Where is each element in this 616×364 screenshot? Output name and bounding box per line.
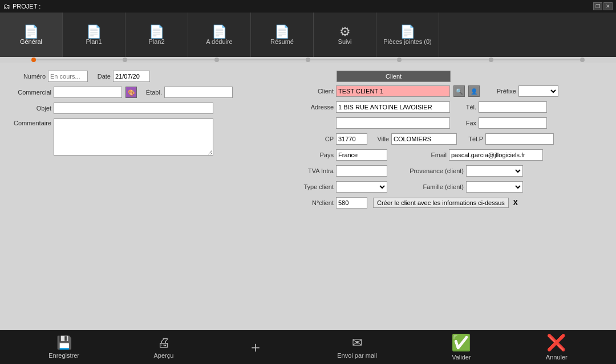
progress-dot-1 bbox=[31, 58, 36, 62]
progress-line-3 bbox=[219, 59, 306, 60]
fax-input[interactable] bbox=[479, 117, 547, 129]
commentaire-row: Commentaire bbox=[11, 118, 297, 156]
client-search-icon[interactable]: 🔍 bbox=[453, 85, 465, 97]
tab-general-label: Général bbox=[20, 38, 42, 45]
famille-select[interactable] bbox=[466, 181, 523, 193]
progress-line-4 bbox=[310, 59, 397, 60]
commentaire-textarea[interactable] bbox=[54, 118, 213, 156]
app-icon: 🗂 bbox=[3, 2, 10, 10]
pays-label: Pays bbox=[302, 152, 334, 158]
valider-button[interactable]: ✅ Valider bbox=[451, 333, 471, 361]
valider-label: Valider bbox=[452, 354, 471, 361]
numero-date-row: Numéro Date bbox=[11, 71, 297, 82]
titlebar-controls: ❐ ✕ bbox=[593, 2, 613, 10]
tva-input[interactable] bbox=[336, 165, 387, 177]
bottombar: 💾 Enregistrer 🖨 Aperçu ＋ ✉ Envoi par mai… bbox=[0, 330, 616, 364]
provenance-label: Provenance (client) bbox=[401, 167, 464, 174]
add-button[interactable]: ＋ bbox=[248, 337, 263, 357]
cp-ville-row: CP Ville Tél.P bbox=[302, 133, 605, 145]
etabl-input[interactable] bbox=[164, 87, 233, 98]
client-input[interactable] bbox=[336, 85, 450, 97]
progress-line-1 bbox=[36, 59, 123, 60]
type-select[interactable] bbox=[336, 181, 387, 193]
plan2-icon: 📄 bbox=[149, 26, 164, 38]
progress-bar bbox=[0, 57, 616, 63]
envoi-button[interactable]: ✉ Envoi par mail bbox=[337, 336, 377, 359]
tab-resume[interactable]: 📄 Résumé bbox=[251, 13, 314, 57]
objet-row: Objet bbox=[11, 103, 297, 114]
nclient-label: N°client bbox=[302, 199, 334, 206]
restore-button[interactable]: ❐ bbox=[593, 2, 602, 10]
tab-pieces[interactable]: 📄 Pièces jointes (0) bbox=[376, 13, 439, 57]
tel-input[interactable] bbox=[479, 101, 547, 113]
fax-label: Fax bbox=[458, 120, 476, 126]
client-add-icon[interactable]: 👤 bbox=[468, 85, 480, 97]
enregistrer-button[interactable]: 💾 Enregistrer bbox=[48, 336, 79, 359]
cp-label: CP bbox=[302, 136, 334, 142]
ville-label: Ville bbox=[373, 136, 389, 142]
tab-a-deduire[interactable]: 📄 A déduire bbox=[188, 13, 251, 57]
commercial-row: Commercial 🎨 Établ. bbox=[11, 87, 297, 98]
tab-resume-label: Résumé bbox=[270, 38, 294, 45]
numero-label: Numéro bbox=[11, 73, 46, 80]
numero-input[interactable] bbox=[48, 71, 88, 82]
titlebar-left: 🗂 PROJET : bbox=[3, 2, 40, 10]
envoi-label: Envoi par mail bbox=[337, 352, 377, 359]
email-input[interactable] bbox=[449, 149, 543, 161]
client-row: Client 🔍 👤 Préfixe bbox=[302, 85, 605, 97]
annuler-icon: ❌ bbox=[546, 333, 566, 352]
tab-plan1[interactable]: 📄 Plan1 bbox=[63, 13, 125, 57]
objet-label: Objet bbox=[11, 105, 51, 112]
creer-client-button[interactable]: Créer le client avec les informations ci… bbox=[373, 198, 509, 208]
adresse-input[interactable] bbox=[336, 101, 450, 113]
tab-plan2[interactable]: 📄 Plan2 bbox=[125, 13, 188, 57]
tab-plan1-label: Plan1 bbox=[86, 38, 102, 45]
creer-close-button[interactable]: X bbox=[513, 199, 518, 207]
tel-label: Tél. bbox=[458, 104, 476, 111]
valider-icon: ✅ bbox=[451, 333, 471, 352]
plan1-icon: 📄 bbox=[86, 26, 102, 38]
progress-dot-6 bbox=[489, 58, 493, 62]
annuler-label: Annuler bbox=[546, 354, 568, 361]
telp-label: Tél.P bbox=[465, 136, 483, 142]
close-button[interactable]: ✕ bbox=[603, 2, 613, 10]
provenance-select[interactable] bbox=[466, 165, 523, 177]
annuler-button[interactable]: ❌ Annuler bbox=[546, 333, 568, 361]
tab-suivi[interactable]: ⚙ Suivi bbox=[314, 13, 376, 57]
tab-plan2-label: Plan2 bbox=[148, 38, 164, 45]
titlebar-title: PROJET : bbox=[13, 3, 40, 10]
client-section-button[interactable]: Client bbox=[337, 71, 451, 82]
adresse-row1: Adresse Tél. bbox=[302, 101, 605, 113]
famille-label: Famille (client) bbox=[401, 183, 464, 190]
nclient-input[interactable] bbox=[336, 197, 367, 208]
commercial-color-icon[interactable]: 🎨 bbox=[125, 87, 137, 98]
left-section: Numéro Date Commercial 🎨 Établ. Objet Co bbox=[11, 71, 297, 160]
objet-input[interactable] bbox=[54, 103, 213, 114]
cp-input[interactable] bbox=[336, 133, 367, 145]
apercu-button[interactable]: 🖨 Aperçu bbox=[153, 336, 173, 359]
ville-input[interactable] bbox=[391, 133, 457, 145]
tva-provenance-row: TVA Intra Provenance (client) bbox=[302, 165, 605, 177]
resume-icon: 📄 bbox=[274, 26, 290, 38]
titlebar: 🗂 PROJET : ❐ ✕ bbox=[0, 0, 616, 13]
nclient-row: N°client Créer le client avec les inform… bbox=[302, 197, 605, 208]
tab-suivi-label: Suivi bbox=[338, 38, 352, 45]
suivi-icon: ⚙ bbox=[339, 26, 351, 38]
date-label: Date bbox=[95, 73, 111, 80]
pays-input[interactable] bbox=[336, 149, 387, 161]
commentaire-label: Commentaire bbox=[11, 118, 51, 126]
plus-icon: ＋ bbox=[248, 337, 263, 357]
telp-input[interactable] bbox=[485, 133, 554, 145]
email-label: Email bbox=[424, 152, 447, 158]
tab-pieces-label: Pièces jointes (0) bbox=[383, 38, 431, 45]
commercial-input[interactable] bbox=[54, 87, 122, 98]
date-input[interactable] bbox=[113, 71, 150, 82]
prefixe-select[interactable] bbox=[518, 85, 558, 97]
client-header-wrapper: Client bbox=[302, 71, 605, 82]
adresse-row2: Fax bbox=[302, 117, 605, 129]
adresse2-input[interactable] bbox=[336, 117, 450, 129]
apercu-label: Aperçu bbox=[153, 352, 173, 359]
tva-label: TVA Intra bbox=[302, 167, 334, 174]
tabbar: 📄 Général 📄 Plan1 📄 Plan2 📄 A déduire 📄 … bbox=[0, 13, 616, 57]
tab-general[interactable]: 📄 Général bbox=[0, 13, 63, 57]
